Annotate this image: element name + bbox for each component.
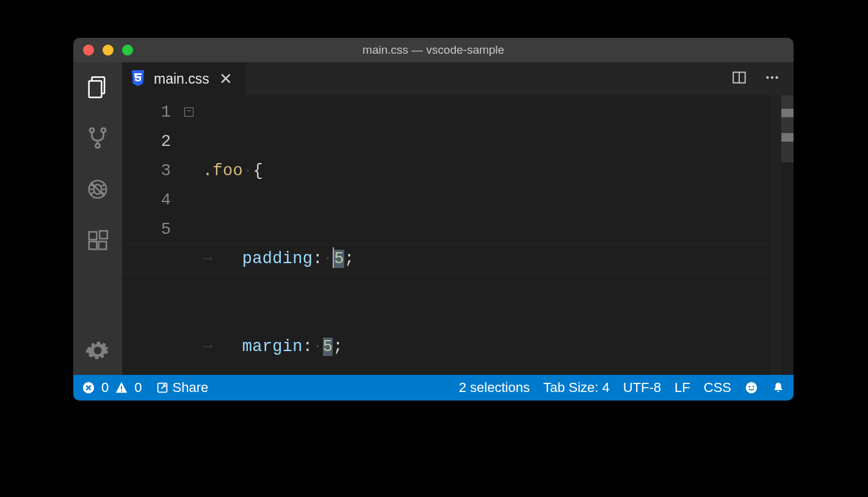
more-icon[interactable] xyxy=(764,70,780,88)
extensions-icon[interactable] xyxy=(84,227,111,254)
svg-point-14 xyxy=(775,76,778,79)
language-status[interactable]: CSS xyxy=(704,380,731,396)
titlebar: main.css — vscode-sample xyxy=(73,38,794,62)
svg-point-13 xyxy=(771,76,773,79)
split-editor-icon[interactable] xyxy=(731,70,747,88)
share-icon xyxy=(156,381,169,394)
window-minimize-icon[interactable] xyxy=(103,45,114,56)
line-number: 5 xyxy=(122,215,171,244)
share-button[interactable]: Share xyxy=(156,380,209,396)
bell-icon[interactable] xyxy=(772,381,785,394)
window-title: main.css — vscode-sample xyxy=(363,43,504,57)
share-label: Share xyxy=(173,380,209,396)
css-file-icon xyxy=(131,70,145,87)
code-line: .foo·{ xyxy=(203,156,770,186)
svg-point-3 xyxy=(101,128,106,132)
svg-point-2 xyxy=(90,128,94,132)
scrollbar-thumb[interactable] xyxy=(781,95,794,162)
tab-size-status[interactable]: Tab Size: 4 xyxy=(543,380,610,396)
problems-status[interactable]: 0 0 xyxy=(82,380,142,396)
close-icon[interactable]: ✕ xyxy=(218,71,234,87)
minimap[interactable] xyxy=(770,95,781,375)
debug-disabled-icon[interactable] xyxy=(84,176,111,203)
tab-bar: main.css ✕ xyxy=(122,62,794,95)
svg-point-12 xyxy=(766,76,769,79)
svg-rect-9 xyxy=(99,242,107,250)
svg-point-19 xyxy=(746,382,757,393)
line-number: 1 xyxy=(122,98,171,127)
feedback-icon[interactable] xyxy=(745,381,758,394)
window-maximize-icon[interactable] xyxy=(122,45,133,56)
svg-point-4 xyxy=(96,143,100,148)
line-number: 3 xyxy=(122,156,171,186)
line-number: 4 xyxy=(122,186,171,215)
fold-collapse-icon[interactable]: − xyxy=(184,107,193,117)
selection-status[interactable]: 2 selections xyxy=(459,380,530,396)
editor-window: main.css — vscode-sample xyxy=(73,38,794,401)
encoding-status[interactable]: UTF-8 xyxy=(623,380,661,396)
tab-label: main.css xyxy=(154,71,209,87)
line-number-gutter: 1 2 3 4 5 xyxy=(122,95,184,375)
source-control-icon[interactable] xyxy=(84,125,111,151)
svg-rect-1 xyxy=(89,81,102,98)
activity-bar xyxy=(73,62,122,375)
svg-rect-17 xyxy=(121,391,122,392)
code-line: padding:·5; xyxy=(203,244,770,274)
svg-point-21 xyxy=(753,386,754,388)
status-bar: 0 0 Share 2 selections Tab Size: 4 UTF-8… xyxy=(73,375,794,401)
gear-icon[interactable] xyxy=(84,337,111,364)
error-icon xyxy=(82,381,95,394)
fold-gutter: − xyxy=(184,95,203,375)
tab-main-css[interactable]: main.css ✕ xyxy=(122,62,246,95)
eol-status[interactable]: LF xyxy=(675,380,690,396)
line-number: 2 xyxy=(122,127,171,156)
svg-point-20 xyxy=(749,386,751,388)
svg-rect-16 xyxy=(121,386,122,390)
scroll-mark xyxy=(781,109,794,117)
window-close-icon[interactable] xyxy=(83,45,94,56)
explorer-icon[interactable] xyxy=(84,73,111,100)
code-editor[interactable]: 1 2 3 4 5 − .foo·{ padding:·5; margin:·5… xyxy=(122,95,794,375)
svg-rect-10 xyxy=(99,231,107,239)
error-count: 0 xyxy=(101,380,109,396)
warning-count: 0 xyxy=(134,380,142,396)
svg-rect-8 xyxy=(89,242,97,250)
code-content[interactable]: .foo·{ padding:·5; margin:·5; font-size:… xyxy=(203,95,770,375)
window-controls xyxy=(83,45,133,56)
warning-icon xyxy=(115,381,128,394)
scroll-mark xyxy=(781,133,794,142)
code-line: margin:·5; xyxy=(203,332,770,361)
svg-rect-7 xyxy=(89,232,97,240)
scrollbar[interactable] xyxy=(781,95,794,375)
